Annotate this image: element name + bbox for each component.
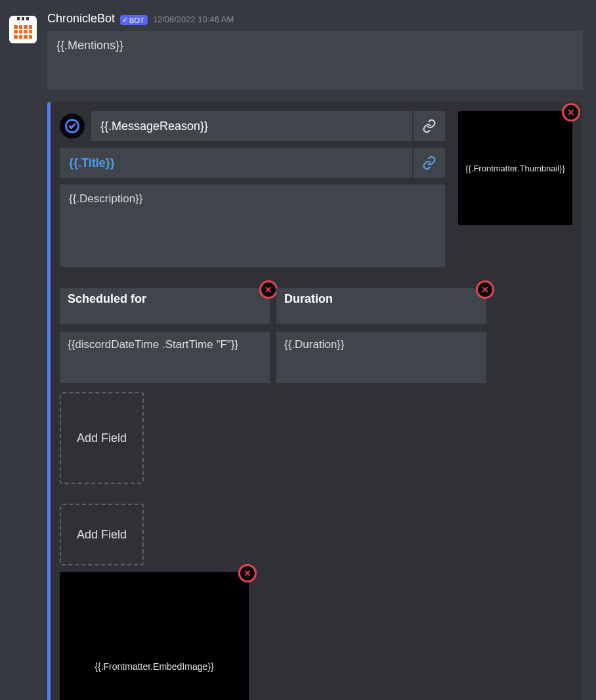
image-delete-button[interactable]: ✕ [238,564,257,582]
field-name-input[interactable] [276,288,486,324]
verified-check-icon: ✓ [122,16,128,24]
field-name-input[interactable] [60,288,270,324]
bot-label: BOT [129,16,144,24]
field-value-input[interactable] [60,332,270,383]
field-delete-button[interactable]: ✕ [259,280,278,299]
embed-image-placeholder[interactable]: {{.Frontmatter.EmbedImage}} [60,572,249,700]
author-link-button[interactable] [412,111,445,141]
author-name: ChronicleBot [47,12,115,26]
add-field-label: Add Field [77,528,127,542]
fields-area: ✕ ✕ Add Field [60,288,572,565]
close-icon: ✕ [567,108,575,117]
thumbnail-placeholder[interactable]: {{.Frontmatter.Thumbnail}} [458,111,572,225]
author-icon-button[interactable] [60,114,85,139]
title-link-button[interactable] [412,148,445,178]
add-field-button[interactable]: Add Field [60,392,144,484]
description-input[interactable] [60,185,445,267]
message-content: ChronicleBot ✓ BOT 12/08/2022 10:46 AM [47,12,587,700]
author-text-input[interactable] [91,111,412,141]
bot-avatar [9,16,37,43]
check-circle-icon [65,119,79,133]
message: ChronicleBot ✓ BOT 12/08/2022 10:46 AM [9,12,587,700]
embed-image-label: {{.Frontmatter.EmbedImage}} [95,661,213,672]
add-field-button[interactable]: Add Field [60,504,144,565]
thumbnail-label: {{.Frontmatter.Thumbnail}} [465,164,565,173]
field-item: ✕ [276,288,486,385]
message-timestamp: 12/08/2022 10:46 AM [153,14,234,24]
close-icon: ✕ [481,285,489,294]
close-icon: ✕ [244,569,251,578]
thumbnail-delete-button[interactable]: ✕ [562,103,580,121]
message-header: ChronicleBot ✓ BOT 12/08/2022 10:46 AM [47,12,587,26]
field-value-input[interactable] [276,332,486,383]
close-icon: ✕ [265,285,272,294]
field-item: ✕ [60,288,270,385]
embed-editor: {{.Frontmatter.Thumbnail}} ✕ ✕ [47,102,582,700]
title-input[interactable] [60,148,412,178]
link-icon [422,156,436,170]
content-input[interactable] [47,31,583,90]
link-icon [422,119,436,133]
bot-tag: ✓ BOT [120,15,148,25]
add-field-label: Add Field [77,431,127,445]
field-delete-button[interactable]: ✕ [476,280,494,299]
